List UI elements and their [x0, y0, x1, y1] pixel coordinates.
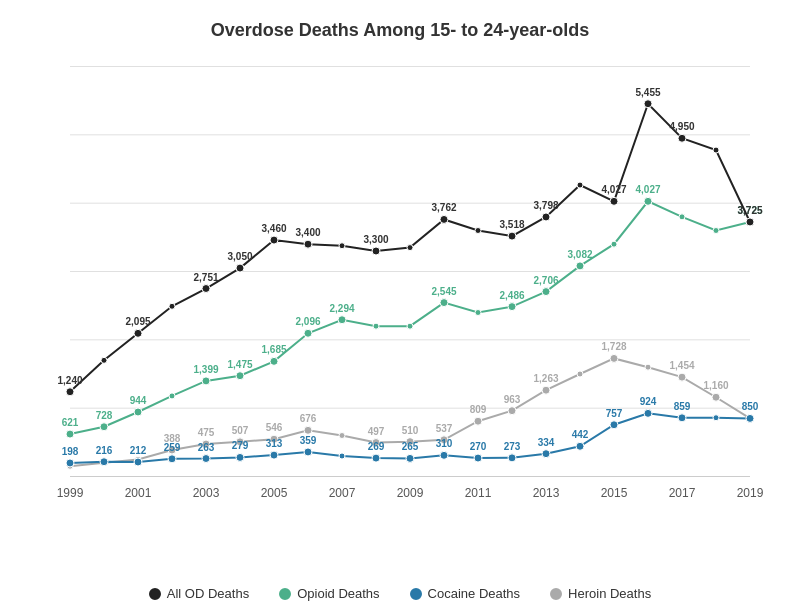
svg-text:2,096: 2,096	[295, 316, 320, 327]
svg-text:2011: 2011	[465, 486, 492, 500]
svg-point-110	[373, 323, 379, 329]
svg-text:3,725: 3,725	[737, 205, 762, 216]
svg-point-97	[134, 408, 142, 416]
svg-text:2015: 2015	[601, 486, 628, 500]
svg-text:537: 537	[436, 423, 453, 434]
svg-text:2,706: 2,706	[533, 275, 558, 286]
legend-dot-opioid	[279, 588, 291, 600]
svg-point-114	[475, 310, 481, 316]
svg-text:263: 263	[198, 442, 215, 453]
svg-text:442: 442	[572, 429, 589, 440]
svg-point-153	[577, 182, 583, 188]
svg-text:3,460: 3,460	[261, 223, 286, 234]
legend-all-od: All OD Deaths	[149, 586, 249, 601]
svg-text:1999: 1999	[57, 486, 84, 500]
svg-text:5,455: 5,455	[635, 87, 660, 98]
legend-heroin: Heroin Deaths	[550, 586, 651, 601]
svg-point-117	[542, 288, 550, 296]
svg-point-76	[474, 454, 482, 462]
svg-point-78	[508, 454, 516, 462]
svg-text:621: 621	[62, 417, 79, 428]
svg-point-48	[678, 373, 686, 381]
svg-text:2007: 2007	[329, 486, 356, 500]
svg-text:4,027: 4,027	[601, 184, 626, 195]
svg-text:3,082: 3,082	[567, 249, 592, 260]
svg-point-91	[746, 414, 754, 422]
svg-text:1,728: 1,728	[601, 341, 626, 352]
svg-point-143	[372, 247, 380, 255]
legend-dot-all-od	[149, 588, 161, 600]
svg-text:313: 313	[266, 438, 283, 449]
svg-text:310: 310	[436, 438, 453, 449]
svg-point-47	[645, 364, 651, 370]
svg-text:4,027: 4,027	[635, 184, 660, 195]
svg-point-112	[440, 299, 448, 307]
svg-point-121	[611, 241, 617, 247]
svg-point-38	[474, 417, 482, 425]
svg-text:850: 850	[742, 401, 759, 412]
svg-text:1,263: 1,263	[533, 373, 558, 384]
svg-point-80	[542, 450, 550, 458]
svg-point-69	[339, 453, 345, 459]
svg-point-111	[407, 323, 413, 329]
svg-point-53	[66, 459, 74, 467]
svg-text:728: 728	[96, 410, 113, 421]
svg-text:270: 270	[470, 441, 487, 452]
svg-point-57	[134, 458, 142, 466]
svg-point-44	[577, 371, 583, 377]
svg-point-131	[134, 329, 142, 337]
svg-point-146	[440, 215, 448, 223]
svg-point-130	[101, 357, 107, 363]
svg-point-50	[712, 393, 720, 401]
svg-text:1,399: 1,399	[193, 364, 218, 375]
svg-point-142	[339, 243, 345, 249]
svg-text:2,294: 2,294	[329, 303, 354, 314]
svg-point-100	[202, 377, 210, 385]
svg-point-90	[713, 415, 719, 421]
svg-text:944: 944	[130, 395, 147, 406]
legend-opioid: Opioid Deaths	[279, 586, 379, 601]
svg-text:546: 546	[266, 422, 283, 433]
svg-point-95	[100, 423, 108, 431]
svg-point-119	[576, 262, 584, 270]
svg-point-124	[679, 214, 685, 220]
svg-point-59	[168, 455, 176, 463]
svg-text:216: 216	[96, 445, 113, 456]
svg-point-88	[678, 414, 686, 422]
svg-point-140	[304, 240, 312, 248]
svg-text:1,160: 1,160	[703, 380, 728, 391]
svg-text:2,751: 2,751	[193, 272, 218, 283]
svg-text:2013: 2013	[533, 486, 560, 500]
svg-point-93	[66, 430, 74, 438]
svg-point-72	[406, 454, 414, 462]
svg-text:475: 475	[198, 427, 215, 438]
svg-text:507: 507	[232, 425, 249, 436]
svg-point-61	[202, 455, 210, 463]
legend-label-opioid: Opioid Deaths	[297, 586, 379, 601]
svg-point-45	[610, 354, 618, 362]
svg-text:2,095: 2,095	[125, 316, 150, 327]
svg-text:1,240: 1,240	[57, 375, 82, 386]
svg-text:334: 334	[538, 437, 555, 448]
svg-point-151	[542, 213, 550, 221]
legend-label-all-od: All OD Deaths	[167, 586, 249, 601]
svg-point-63	[236, 453, 244, 461]
svg-point-161	[746, 218, 754, 226]
chart-svg: 1999200120032005200720092011201320152017…	[20, 51, 780, 522]
svg-point-154	[610, 197, 618, 205]
svg-point-136	[236, 264, 244, 272]
legend-cocaine: Cocaine Deaths	[410, 586, 521, 601]
svg-point-42	[542, 386, 550, 394]
svg-text:359: 359	[300, 435, 317, 446]
svg-text:859: 859	[674, 401, 691, 412]
svg-text:2,486: 2,486	[499, 290, 524, 301]
svg-text:3,798: 3,798	[533, 200, 558, 211]
svg-text:510: 510	[402, 425, 419, 436]
svg-text:809: 809	[470, 404, 487, 415]
legend-dot-cocaine	[410, 588, 422, 600]
svg-text:3,762: 3,762	[431, 202, 456, 213]
svg-text:273: 273	[504, 441, 521, 452]
legend: All OD Deaths Opioid Deaths Cocaine Deat…	[0, 586, 800, 601]
svg-text:1,454: 1,454	[669, 360, 694, 371]
svg-point-148	[475, 228, 481, 234]
